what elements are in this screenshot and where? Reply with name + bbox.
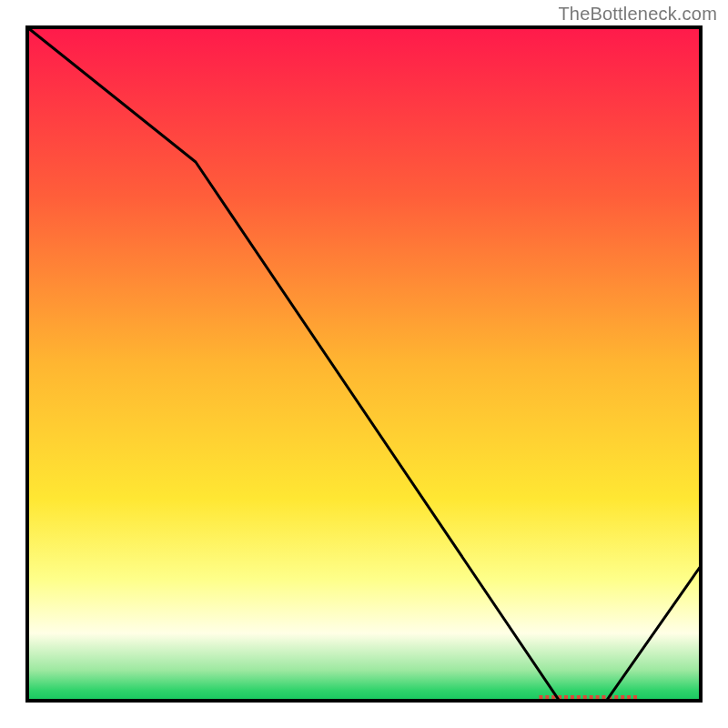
svg-rect-5 xyxy=(571,695,574,699)
svg-rect-10 xyxy=(602,695,605,699)
bottleneck-chart xyxy=(0,0,728,728)
plot-background xyxy=(27,27,701,701)
svg-rect-0 xyxy=(539,695,542,699)
svg-rect-8 xyxy=(590,695,593,699)
svg-rect-9 xyxy=(596,695,600,699)
svg-rect-13 xyxy=(621,695,624,699)
svg-rect-4 xyxy=(564,695,568,699)
svg-rect-6 xyxy=(577,695,581,699)
attribution-text: TheBottleneck.com xyxy=(558,4,717,25)
svg-rect-7 xyxy=(583,695,587,699)
svg-rect-14 xyxy=(627,695,631,699)
chart-container: { "attribution": "TheBottleneck.com", "c… xyxy=(0,0,728,728)
svg-rect-15 xyxy=(633,695,637,699)
svg-rect-12 xyxy=(614,695,618,699)
svg-rect-1 xyxy=(545,695,549,699)
